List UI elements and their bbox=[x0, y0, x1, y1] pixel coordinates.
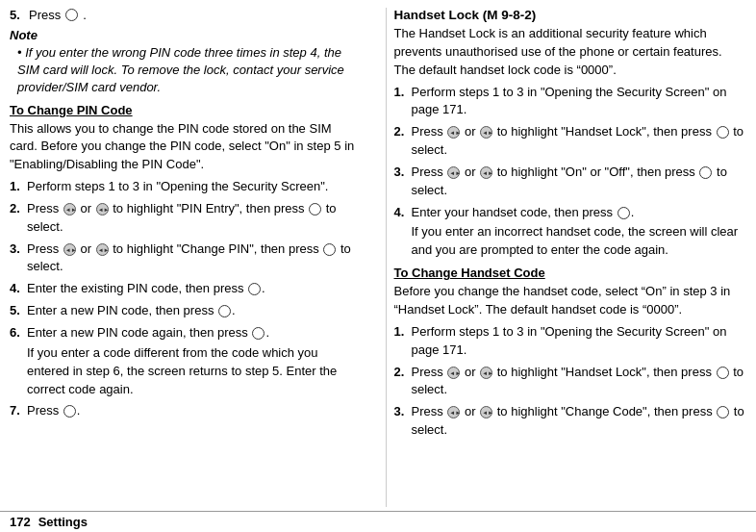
list-item: 2. Press or to highlight "Handset Lock",… bbox=[394, 123, 747, 160]
step-content: Enter a new PIN code again, then press .… bbox=[27, 324, 363, 398]
circle-button bbox=[248, 283, 261, 295]
step-content: Press or to highlight "Change PIN", then… bbox=[27, 241, 363, 277]
step5-num: 5. bbox=[10, 8, 25, 22]
step-content: Press or to highlight "Handset Lock", th… bbox=[412, 364, 747, 400]
step-num: 5. bbox=[10, 302, 25, 320]
list-item: 4. Enter your handset code, then press .… bbox=[394, 204, 747, 261]
list-item: 3. Press or to highlight "Change PIN", t… bbox=[10, 241, 363, 277]
handset-lock-intro: The Handset Lock is an additional securi… bbox=[394, 25, 747, 80]
circle-button bbox=[309, 203, 321, 215]
intro-step-5: 5. Press . bbox=[10, 8, 363, 22]
nav-up-icon bbox=[447, 367, 460, 379]
step-num: 6. bbox=[10, 324, 25, 342]
step-content: Press . bbox=[27, 402, 363, 420]
circle-button bbox=[717, 126, 729, 139]
list-item: 1. Perform steps 1 to 3 in "Opening the … bbox=[10, 178, 363, 196]
step-num: 4. bbox=[394, 204, 410, 222]
step-num: 3. bbox=[10, 241, 25, 259]
list-item: 2. Press or to highlight "Handset Lock",… bbox=[394, 364, 747, 400]
step5-circle-button bbox=[65, 9, 78, 21]
list-item: 7. Press . bbox=[10, 402, 363, 420]
handset-lock-title: Handset Lock (M 9-8-2) bbox=[394, 8, 747, 22]
nav-down-icon bbox=[480, 367, 492, 379]
nav-down-icon bbox=[480, 166, 492, 179]
list-item: 5. Enter a new PIN code, then press . bbox=[10, 302, 363, 320]
right-column: Handset Lock (M 9-8-2) The Handset Lock … bbox=[386, 8, 747, 507]
left-column: 5. Press . Note If you enter the wrong P… bbox=[10, 8, 370, 507]
step-content: Press or to highlight "PIN Entry", then … bbox=[27, 200, 363, 237]
nav-up-icon bbox=[447, 166, 460, 179]
nav-down-icon bbox=[480, 126, 492, 139]
change-code-heading: To Change Handset Code bbox=[394, 266, 747, 280]
step-num: 1. bbox=[394, 84, 410, 102]
step-num: 1. bbox=[394, 323, 410, 342]
step-num: 2. bbox=[10, 200, 25, 218]
step-content: Perform steps 1 to 3 in "Opening the Sec… bbox=[412, 84, 747, 120]
circle-button bbox=[717, 367, 729, 379]
circle-button bbox=[617, 207, 630, 219]
note-section: Note If you enter the wrong PIN code thr… bbox=[10, 28, 363, 97]
step-num: 1. bbox=[10, 178, 25, 196]
change-pin-intro: This allows you to change the PIN code s… bbox=[10, 120, 363, 175]
step-content: Press or to highlight "Change Code", the… bbox=[412, 403, 747, 440]
note-text: If you enter the wrong PIN code three ti… bbox=[10, 44, 363, 97]
nav-up-icon bbox=[63, 243, 76, 256]
footer-bar: 172 Settings bbox=[0, 511, 756, 532]
list-item: 3. Press or to highlight "On" or "Off", … bbox=[394, 164, 747, 200]
circle-button bbox=[252, 327, 265, 340]
list-item: 6. Enter a new PIN code again, then pres… bbox=[10, 324, 363, 398]
list-item: 4. Enter the existing PIN code, then pre… bbox=[10, 280, 363, 298]
nav-down-icon bbox=[480, 406, 492, 418]
nav-up-icon bbox=[447, 126, 460, 139]
circle-button bbox=[717, 406, 729, 418]
step-content: Enter the existing PIN code, then press … bbox=[27, 280, 363, 298]
footer-page-number: 172 bbox=[10, 515, 31, 529]
step-num: 3. bbox=[394, 164, 410, 182]
step-num: 4. bbox=[10, 280, 25, 298]
step-num: 2. bbox=[394, 364, 410, 382]
page-container: 5. Press . Note If you enter the wrong P… bbox=[0, 0, 756, 532]
step-num: 2. bbox=[394, 123, 410, 141]
change-pin-steps: 1. Perform steps 1 to 3 in "Opening the … bbox=[10, 178, 363, 420]
step-subtext: If you enter a code different from the c… bbox=[27, 344, 363, 399]
step-content: Perform steps 1 to 3 in "Opening the Sec… bbox=[412, 323, 747, 360]
change-code-intro: Before you change the handset code, sele… bbox=[394, 283, 747, 319]
change-pin-heading: To Change PIN Code bbox=[10, 103, 363, 117]
circle-button bbox=[63, 405, 76, 418]
list-item: 1. Perform steps 1 to 3 in "Opening the … bbox=[394, 84, 747, 120]
circle-button bbox=[323, 243, 336, 256]
content-area: 5. Press . Note If you enter the wrong P… bbox=[0, 0, 756, 511]
change-code-steps: 1. Perform steps 1 to 3 in "Opening the … bbox=[394, 323, 747, 440]
step-subtext: If you enter an incorrect handset code, … bbox=[412, 223, 747, 260]
handset-lock-steps: 1. Perform steps 1 to 3 in "Opening the … bbox=[394, 84, 747, 261]
circle-button bbox=[699, 166, 712, 179]
step-content: Perform steps 1 to 3 in "Opening the Sec… bbox=[27, 178, 363, 196]
step-content: Enter a new PIN code, then press . bbox=[27, 302, 363, 320]
step5-press-label: Press bbox=[29, 8, 61, 22]
note-title: Note bbox=[10, 28, 363, 42]
step-content: Enter your handset code, then press . If… bbox=[412, 204, 747, 261]
step-num: 7. bbox=[10, 402, 25, 420]
list-item: 1. Perform steps 1 to 3 in "Opening the … bbox=[394, 323, 747, 360]
list-item: 3. Press or to highlight "Change Code", … bbox=[394, 403, 747, 440]
step-num: 3. bbox=[394, 403, 410, 421]
step-content: Press or to highlight "On" or "Off", the… bbox=[412, 164, 747, 200]
circle-button bbox=[218, 305, 231, 317]
nav-up-icon bbox=[447, 406, 460, 418]
nav-up-icon bbox=[63, 203, 76, 215]
list-item: 2. Press or to highlight "PIN Entry", th… bbox=[10, 200, 363, 237]
nav-down-icon bbox=[96, 203, 109, 215]
footer-section: Settings bbox=[38, 515, 88, 529]
nav-down-icon bbox=[96, 243, 109, 256]
step5-period: . bbox=[83, 8, 87, 22]
step-content: Press or to highlight "Handset Lock", th… bbox=[412, 123, 747, 160]
